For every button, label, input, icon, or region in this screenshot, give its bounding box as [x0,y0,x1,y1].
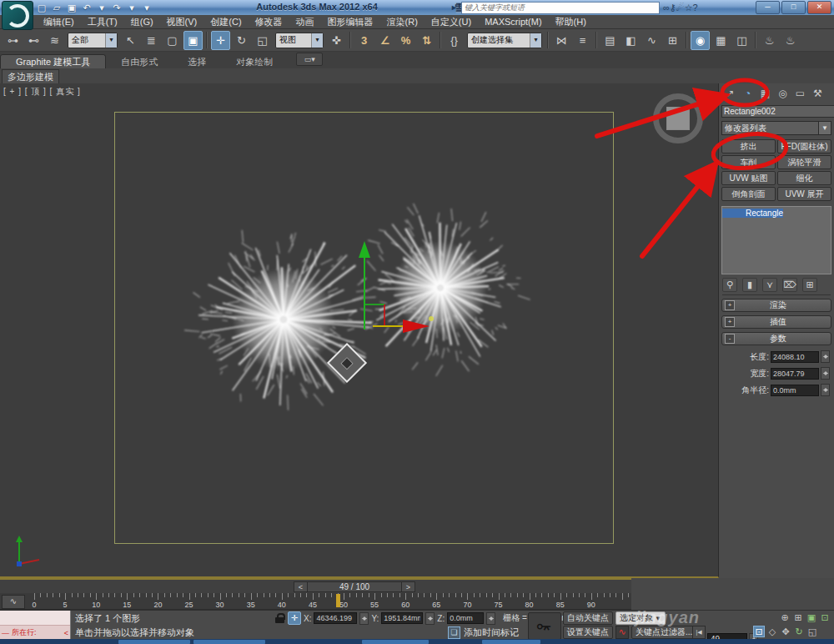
x-spinner[interactable] [359,612,369,625]
viewcube[interactable] [653,93,703,143]
tab-utilities[interactable]: ⚒ [810,86,826,101]
object-name-field[interactable] [721,105,834,118]
render-iterative-icon[interactable]: ♨ [781,31,800,50]
pan-icon[interactable]: ✥ [780,626,791,637]
extrude-button[interactable]: 挤出 [721,139,776,153]
tab-modify[interactable]: ◔ [740,86,756,101]
turbosmooth-button[interactable]: 涡轮平滑 [777,155,831,169]
ribbon-minimize-icon[interactable]: ▭▾ [296,53,323,66]
z-coordinate-field[interactable] [447,612,484,624]
time-slider[interactable]: 49 / 100 [308,581,401,592]
search-expand-icon[interactable]: ► [450,3,458,12]
current-frame-marker[interactable] [336,594,340,607]
window-crossing-icon[interactable]: ▣ [183,31,203,50]
maximize-button[interactable]: □ [781,1,806,14]
chevron-down-icon[interactable]: ▼ [818,122,831,134]
tab-hierarchy[interactable]: ▦ [757,86,773,101]
isolate-selection-icon[interactable]: ❏ [448,626,460,639]
rollout-parameters[interactable]: - 参数 [721,332,831,345]
redo-dropdown-icon[interactable]: ▾ [125,2,138,14]
previous-key-icon[interactable]: |◀ [692,626,706,639]
reference-coordinate-dropdown[interactable]: 视图▾ [275,33,324,48]
selection-region-icon[interactable]: ▢ [163,31,182,50]
undo-dropdown-icon[interactable]: ▾ [95,2,108,14]
tab-selection[interactable]: 选择 [173,55,221,68]
tab-create[interactable]: ↗ [722,86,738,101]
time-slider-next-button[interactable]: > [401,581,415,592]
named-selection-set-dropdown[interactable]: 全部▾ [68,33,118,48]
keyboard-override-icon[interactable]: {} [445,31,464,50]
set-keys-button[interactable]: ⚷ [528,612,561,640]
curve-editor-icon[interactable]: ∿ [642,31,661,50]
zoom-region-icon[interactable]: ⊡ [753,626,765,637]
move-gizmo[interactable] [329,238,446,342]
key-tangents-icon[interactable]: ∿ [615,626,629,639]
select-and-scale-icon[interactable]: ◱ [253,31,272,50]
absolute-mode-typein-icon[interactable]: ✛ [288,611,301,625]
menu-create[interactable]: 创建(C) [203,15,248,29]
menu-rendering[interactable]: 渲染(R) [380,15,425,29]
expand-icon[interactable]: + [725,317,735,327]
selection-set-dropdown[interactable]: 选定对象▼ [615,611,666,625]
corner-radius-field[interactable] [771,385,819,396]
remove-modifier-icon[interactable]: ⌦ [782,278,797,292]
taskbar-window-button[interactable] [118,640,190,644]
taskbar-window-button[interactable] [362,640,429,644]
menu-graph-editors[interactable]: 图形编辑器 [321,15,380,29]
tessellate-button[interactable]: 细化 [777,171,831,185]
menu-modifiers[interactable]: 修改器 [249,15,289,29]
align-icon[interactable]: ≡ [573,31,592,50]
zoom-extents-icon[interactable]: ▣ [806,611,817,623]
undo-icon[interactable]: ↶ [80,2,93,14]
menu-customize[interactable]: 自定义(U) [425,15,478,29]
communication-center-icon[interactable]: ☄ [676,3,685,13]
zoom-icon[interactable]: ⊕ [779,611,791,623]
collapse-icon[interactable]: - [725,334,735,344]
bind-to-space-warp-icon[interactable]: ≋ [45,31,64,50]
orbit-icon[interactable]: ↻ [793,626,805,637]
minimize-button[interactable]: ─ [756,1,780,14]
tab-graphite-modeling-tools[interactable]: Graphite 建模工具 [0,54,106,68]
edit-named-selection-dropdown[interactable]: 创建选择集▾ [467,33,542,48]
save-file-icon[interactable]: ▣ [65,2,78,14]
select-and-manipulate-icon[interactable]: ✜ [327,31,346,50]
tab-freeform[interactable]: 自由形式 [106,55,173,68]
close-button[interactable]: ✕ [807,1,831,14]
uvw-map-button[interactable]: UVW 贴图 [721,171,776,185]
make-unique-icon[interactable]: ⋎ [762,278,777,292]
select-and-link-icon[interactable]: ⊶ [3,31,23,50]
menu-group[interactable]: 组(G) [124,15,160,29]
configure-modifier-sets-icon[interactable]: ⊞ [802,278,817,292]
infocenter-key-icon[interactable]: ⚷ [670,3,676,13]
viewport-label[interactable]: [ + ] [ 顶 ] [ 真实 ] [3,86,81,98]
select-object-icon[interactable]: ↖ [121,31,140,50]
zoom-all-icon[interactable]: ⊞ [792,611,804,623]
pin-stack-icon[interactable]: ⚲ [722,278,737,292]
unlink-selection-icon[interactable]: ⊷ [24,31,43,50]
chevron-down-icon[interactable]: ▾ [311,33,323,48]
open-file-icon[interactable]: ▱ [50,2,63,14]
rollout-interpolation[interactable]: + 插值 [721,315,831,329]
y-spinner[interactable] [425,612,435,625]
render-setup-icon[interactable]: ▦ [711,31,731,50]
percent-snap-icon[interactable]: % [396,31,415,50]
maxscript-mini-listener[interactable]: — 所在行: < [0,611,71,640]
length-field[interactable] [771,351,819,363]
selection-lock-icon[interactable] [275,613,285,624]
menu-animation[interactable]: 动画 [289,15,321,29]
time-slider-prev-button[interactable]: < [294,581,308,592]
width-field[interactable] [771,368,819,380]
width-spinner[interactable] [821,367,830,380]
mirror-icon[interactable]: ⋈ [552,31,571,50]
unwrap-uvw-button[interactable]: UVW 展开 [777,187,831,201]
graphite-ribbon-toggle-icon[interactable]: ◧ [621,31,641,50]
manage-layers-icon[interactable]: ▤ [600,31,620,50]
ffd-cylinder-button[interactable]: FFD(圆柱体) [777,139,831,153]
snaps-toggle-icon[interactable]: 3 [354,31,374,50]
angle-snap-icon[interactable]: ∠ [375,31,394,50]
mini-curve-editor-button[interactable]: ∿ [2,595,25,609]
z-spinner[interactable] [486,612,495,625]
y-coordinate-field[interactable] [381,612,423,624]
corner-radius-spinner[interactable] [821,384,830,396]
add-time-tag[interactable]: 添加时间标记 [464,626,519,639]
